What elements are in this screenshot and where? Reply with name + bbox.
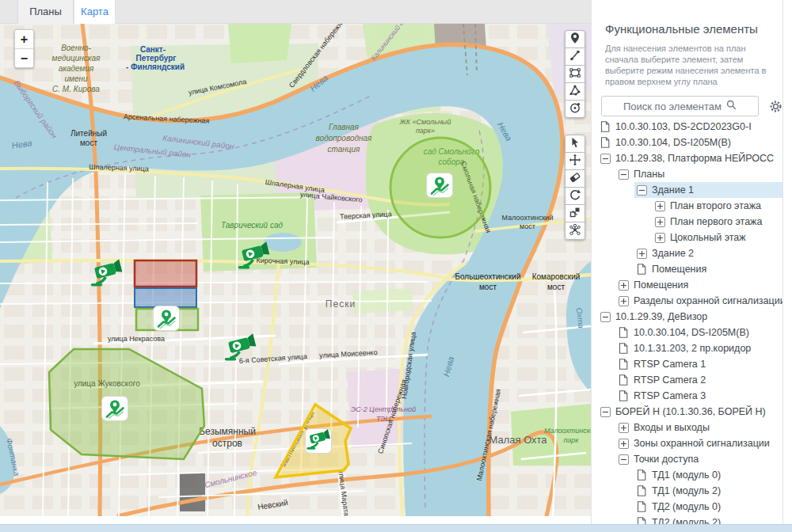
settings-gear-icon[interactable] <box>769 100 782 113</box>
map-label: Петербург <box>136 54 177 63</box>
zone-rectangle-blue[interactable] <box>135 288 196 307</box>
eraser-icon <box>569 171 581 187</box>
tree-item[interactable]: Здание 1 <box>592 182 782 198</box>
tree-item-label: ТД1 (модуль 0) <box>652 469 721 481</box>
collapse-minus-icon[interactable] <box>619 454 629 465</box>
draw-rectangle-tool-button[interactable] <box>565 65 585 83</box>
collapse-minus-icon[interactable] <box>600 312 611 322</box>
tree-item[interactable]: RTSP Camera 2 <box>592 372 782 388</box>
tree-item[interactable]: Помещения <box>592 277 782 293</box>
tree-item[interactable]: 10.1.31.203, 2 пр.коридор <box>592 340 782 356</box>
map-label: Охта <box>575 307 585 329</box>
tree-item-label: План первого этажа <box>670 216 762 227</box>
tree-item-label: Зоны охранной сигнализации <box>634 438 770 449</box>
map-label: Пески <box>326 298 356 310</box>
rotate-tool-button[interactable] <box>565 187 585 205</box>
expand-plus-icon[interactable] <box>637 249 647 259</box>
tree-item[interactable]: ТД1 (модуль 0) <box>592 467 782 483</box>
expand-plus-icon[interactable] <box>619 423 629 433</box>
map-label: водопроводная <box>316 134 372 142</box>
expand-plus-icon[interactable] <box>619 296 629 306</box>
expand-plus-icon[interactable] <box>619 439 629 449</box>
tree-item[interactable]: 10.0.30.103, DS-2CD2023G0-I <box>592 119 782 135</box>
tab-map[interactable]: Карта <box>74 0 116 24</box>
tree-item[interactable]: RTSP Camera 3 <box>592 388 782 404</box>
file-icon <box>637 517 647 524</box>
plan-marker[interactable] <box>154 306 180 331</box>
collapse-minus-icon[interactable] <box>600 154 611 164</box>
collapse-minus-icon[interactable] <box>637 185 647 196</box>
place-marker-tool-button[interactable] <box>565 30 585 48</box>
zoom-control: + − <box>14 29 34 68</box>
tree-item-label: ТД2 (модуль 2) <box>652 517 721 524</box>
tree-item[interactable]: Здание 2 <box>592 245 782 261</box>
panel-scrollbar-track[interactable] <box>782 0 792 524</box>
plan-marker[interactable] <box>102 397 128 421</box>
expand-plus-icon[interactable] <box>655 201 665 211</box>
draw-rectangle-icon <box>569 66 581 82</box>
expand-plus-icon[interactable] <box>619 280 629 291</box>
tree-item[interactable]: ТД1 (модуль 2) <box>592 483 782 499</box>
tree-item[interactable]: План первого этажа <box>592 214 782 230</box>
tree-item[interactable]: БОРЕЙ Н (10.1.30.36, БОРЕЙ Н) <box>592 404 782 420</box>
search-input[interactable]: Поиск по элементам <box>601 96 759 116</box>
transform-tool-button[interactable] <box>565 204 585 222</box>
tree-item[interactable]: Точки доступа <box>592 451 782 467</box>
select-cursor-tool-button[interactable] <box>565 135 585 153</box>
pan-move-tool-button[interactable] <box>565 152 585 170</box>
tree-item-label: Цокольный этаж <box>670 232 746 243</box>
tree-item[interactable]: 10.1.29.38, Платформа НЕЙРОСС <box>592 150 782 166</box>
tree-item[interactable]: ТД2 (модуль 0) <box>592 499 782 515</box>
tree-item[interactable]: Помещения <box>592 261 782 277</box>
draw-circle-tool-button[interactable] <box>565 100 585 118</box>
plan-marker[interactable] <box>427 173 453 198</box>
tree-item-label: Здание 2 <box>652 248 694 259</box>
draw-toolbar <box>565 30 585 118</box>
expand-plus-icon[interactable] <box>655 233 665 243</box>
tree-item[interactable]: Планы <box>592 166 782 182</box>
zoom-out-button[interactable]: − <box>15 49 33 67</box>
draw-circle-icon <box>569 101 581 117</box>
map-label: Военно- <box>61 44 91 52</box>
tree-item[interactable]: RTSP Camera 1 <box>592 356 782 372</box>
pan-move-icon <box>569 154 581 169</box>
collapse-minus-icon[interactable] <box>600 407 611 417</box>
zoom-in-button[interactable]: + <box>15 30 33 49</box>
nodes-icon <box>569 223 581 239</box>
map-label: - Финляндский <box>126 63 185 71</box>
expand-plus-icon[interactable] <box>655 217 665 227</box>
tree-item[interactable]: Входы и выходы <box>592 420 782 435</box>
tree-item[interactable]: 10.1.29.39, ДеВизор <box>592 309 782 325</box>
tree-item-label: Помещения <box>652 264 706 275</box>
tree-item[interactable]: План второго этажа <box>592 198 782 214</box>
draw-polygon-tool-button[interactable] <box>565 82 585 101</box>
tree-item[interactable]: Разделы охранной сигнализации <box>592 293 782 309</box>
zone-rectangle-red[interactable] <box>135 260 196 287</box>
draw-polyline-tool-button[interactable] <box>565 48 585 66</box>
file-icon <box>619 327 629 338</box>
horizontal-scrollbar[interactable] <box>0 524 792 532</box>
tree-item[interactable]: Зоны охранной сигнализации <box>592 435 782 451</box>
map-label: Таврический сад <box>221 221 284 230</box>
collapse-minus-icon[interactable] <box>619 169 629 180</box>
map-label: Санкт- <box>140 45 166 54</box>
map-label: станция <box>328 145 361 154</box>
tree-item-label: 10.0.30.103, DS-2CD2023G0-I <box>615 121 752 132</box>
map-label: парк» <box>416 127 435 135</box>
map-label: академия <box>59 64 94 73</box>
tree-item[interactable]: Цокольный этаж <box>592 230 782 245</box>
tree-item-label: 10.0.30.104, DS-I205M(B) <box>634 327 749 338</box>
file-icon <box>619 343 629 354</box>
nodes-tool-button[interactable] <box>565 222 585 240</box>
file-icon <box>619 390 629 401</box>
tab-plans[interactable]: Планы <box>17 0 74 24</box>
eraser-tool-button[interactable] <box>565 169 585 188</box>
map-canvas[interactable]: Санкт-Петербург- ФинляндскийВоенно-медиц… <box>0 24 591 516</box>
map-label: улица Некрасова <box>108 335 165 343</box>
tree-item[interactable]: 10.0.30.104, DS-I205M(B) <box>592 325 782 340</box>
camera-badge-marker[interactable] <box>306 429 332 454</box>
tree-item[interactable]: ТД2 (модуль 2) <box>592 515 782 524</box>
tree-item[interactable]: 10.0.30.104, DS-I205M(B) <box>592 135 782 150</box>
map-label: ЖК «Смольный <box>399 118 451 126</box>
rotate-icon <box>569 188 581 204</box>
